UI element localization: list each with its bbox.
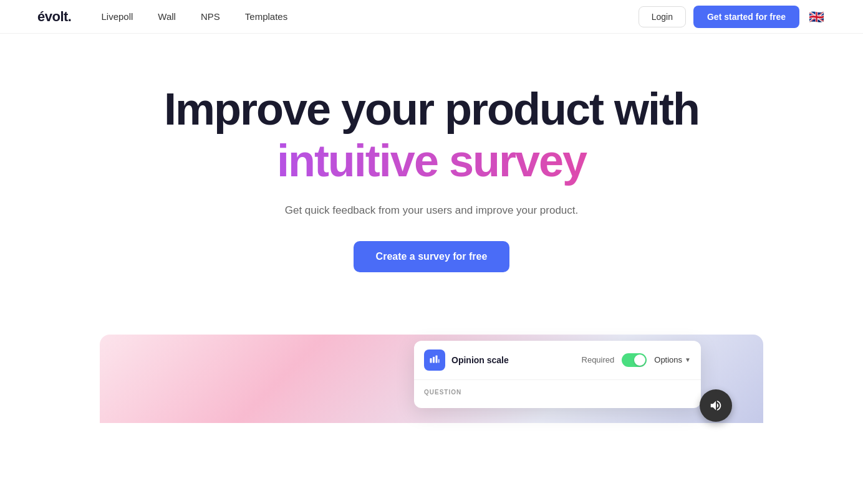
get-started-button[interactable]: Get started for free bbox=[693, 6, 799, 28]
hero-subtitle: Get quick feedback from your users and i… bbox=[285, 202, 579, 219]
options-label: Options bbox=[654, 355, 682, 364]
nav-item-wall[interactable]: Wall bbox=[158, 11, 176, 22]
nav-item-templates[interactable]: Templates bbox=[245, 11, 287, 22]
demo-card-header: Opinion scale Required Options ▼ bbox=[414, 341, 701, 380]
opinion-scale-icon bbox=[429, 354, 440, 366]
login-button[interactable]: Login bbox=[639, 6, 686, 27]
nav-right: Login Get started for free 🇬🇧 bbox=[639, 6, 826, 28]
svg-rect-2 bbox=[436, 355, 438, 363]
logo-text: évolt. bbox=[37, 9, 71, 24]
question-section-label: QUESTION bbox=[424, 389, 691, 396]
logo[interactable]: évolt. bbox=[37, 9, 71, 25]
demo-card-right: Required Options ▼ bbox=[582, 353, 691, 367]
hero-title-line2: intuitive survey bbox=[164, 135, 699, 187]
demo-section: Opinion scale Required Options ▼ QUESTIO… bbox=[100, 335, 763, 423]
required-toggle[interactable] bbox=[622, 353, 647, 367]
required-label: Required bbox=[582, 355, 615, 364]
audio-button[interactable] bbox=[700, 389, 732, 422]
demo-card-left: Opinion scale bbox=[424, 349, 509, 371]
nav-links: Livepoll Wall NPS Templates bbox=[101, 11, 287, 22]
chevron-down-icon: ▼ bbox=[685, 356, 691, 363]
nav-link-nps[interactable]: NPS bbox=[201, 11, 220, 22]
nav-link-livepoll[interactable]: Livepoll bbox=[101, 11, 133, 22]
svg-rect-3 bbox=[438, 359, 440, 363]
nav-item-nps[interactable]: NPS bbox=[201, 11, 220, 22]
hero-title-line1: Improve your product with bbox=[164, 83, 699, 135]
options-button[interactable]: Options ▼ bbox=[654, 355, 691, 364]
hero-title: Improve your product with intuitive surv… bbox=[164, 83, 699, 187]
speaker-icon bbox=[709, 399, 723, 412]
demo-card: Opinion scale Required Options ▼ QUESTIO… bbox=[414, 341, 701, 408]
svg-rect-0 bbox=[430, 358, 432, 363]
nav-link-templates[interactable]: Templates bbox=[245, 11, 287, 22]
navbar: évolt. Livepoll Wall NPS Templates Login… bbox=[0, 0, 863, 34]
demo-opinion-scale-icon bbox=[424, 349, 445, 371]
demo-card-title: Opinion scale bbox=[451, 355, 509, 365]
language-flag[interactable]: 🇬🇧 bbox=[807, 7, 826, 26]
nav-item-livepoll[interactable]: Livepoll bbox=[101, 11, 133, 22]
svg-rect-1 bbox=[433, 357, 435, 363]
demo-card-body: QUESTION bbox=[414, 380, 701, 408]
cta-button[interactable]: Create a survey for free bbox=[354, 241, 510, 272]
hero-section: Improve your product with intuitive surv… bbox=[0, 34, 863, 310]
nav-link-wall[interactable]: Wall bbox=[158, 11, 176, 22]
nav-left: évolt. Livepoll Wall NPS Templates bbox=[37, 9, 287, 25]
